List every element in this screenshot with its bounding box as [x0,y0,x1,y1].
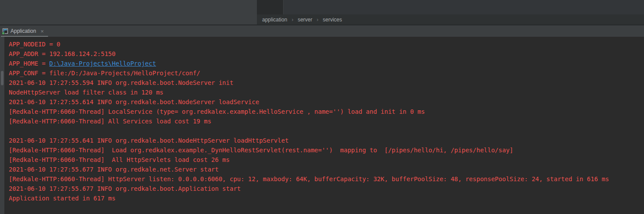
log-text: APP_NODEID = 0 [9,41,60,48]
close-icon[interactable]: × [41,28,44,34]
console-line: 2021-06-10 17:27:55.614 INFO org.redkale… [9,97,644,107]
console-line: APP_ADDR = 192.168.124.2:5150 [9,49,644,59]
breadcrumb-separator: › [317,17,319,23]
console-line: [Redkale-HTTP:6060-Thread] HttpServer li… [9,174,644,184]
editor-tab-area [283,0,644,14]
console-line: APP_HOME = D:\Java-Projects\HelloProject [9,59,644,68]
console-line: APP_NODEID = 0 [9,39,644,49]
console-line: 2021-06-10 17:27:55.641 INFO org.redkale… [9,136,644,145]
console-line: [Redkale-HTTP:6060-Thread] LocalService … [9,107,644,116]
run-console-icon [2,28,8,35]
console-line: [Redkale-HTTP:6060-Thread] All Services … [9,116,644,126]
breadcrumb: application›server›services [257,14,644,25]
console-line: NodeHttpServer load filter class in 120 … [9,88,644,97]
tab-application-label: Application [10,28,36,34]
console-line: 2021-06-10 17:27:55.677 INFO org.redkale… [9,184,644,193]
console-line: [Redkale-HTTP:6060-Thread] Load org.redk… [9,145,644,155]
log-text: [Redkale-HTTP:6060-Thread] All Services … [9,118,211,125]
editor-tab-strip [257,0,644,14]
log-text: APP_CONF = file:/D:/Java-Projects/HelloP… [9,70,200,77]
log-text: APP_HOME = [9,60,49,67]
editor-right-panel: application›server›services [257,0,644,25]
log-text: APP_ADDR = 192.168.124.2:5150 [9,50,115,57]
editor-top-strip: application›server›services [0,0,644,25]
console-line: APP_CONF = file:/D:/Java-Projects/HelloP… [9,68,644,78]
console-gutter [0,37,4,214]
console-log[interactable]: APP_NODEID = 0APP_ADDR = 192.168.124.2:5… [4,37,644,214]
log-text: [Redkale-HTTP:6060-Thread] All HttpServl… [9,156,230,163]
log-text: NodeHttpServer load filter class in 120 … [9,89,163,96]
breadcrumb-item-server[interactable]: server [297,17,313,23]
log-text: 2021-06-10 17:27:55.641 INFO org.redkale… [9,137,289,144]
log-text: [Redkale-HTTP:6060-Thread] LocalService … [9,108,425,115]
log-text: 2021-06-10 17:27:55.614 INFO org.redkale… [9,98,259,105]
breadcrumb-item-services[interactable]: services [322,17,343,23]
gutter-scrollbar-thumb[interactable] [1,71,3,85]
log-text: [Redkale-HTTP:6060-Thread] HttpServer li… [9,175,609,182]
breadcrumb-separator: › [291,17,293,23]
console-line: Application started in 617 ms [9,193,644,203]
log-text: 2021-06-10 17:27:55.677 INFO org.redkale… [9,166,218,173]
log-text: [Redkale-HTTP:6060-Thread] Load org.redk… [9,147,513,154]
console-line [9,126,644,136]
console-line: 2021-06-10 17:27:55.594 INFO org.redkale… [9,78,644,88]
file-link[interactable]: D:\Java-Projects\HelloProject [49,60,156,67]
breadcrumb-item-application[interactable]: application [261,17,288,23]
run-console: APP_NODEID = 0APP_ADDR = 192.168.124.2:5… [0,37,644,214]
ide-run-window: application›server›services Application … [0,0,644,214]
tab-application[interactable]: Application × [0,25,47,37]
run-tab-bar: Application × [0,25,644,37]
console-line: 2021-06-10 17:27:55.677 INFO org.redkale… [9,165,644,174]
log-text: 2021-06-10 17:27:55.594 INFO org.redkale… [9,79,233,86]
log-text: 2021-06-10 17:27:55.677 INFO org.redkale… [9,185,241,192]
console-line: [Redkale-HTTP:6060-Thread] All HttpServl… [9,155,644,165]
editor-tab-gap [257,0,283,14]
editor-left-panel [0,0,257,25]
log-text: Application started in 617 ms [9,195,115,202]
